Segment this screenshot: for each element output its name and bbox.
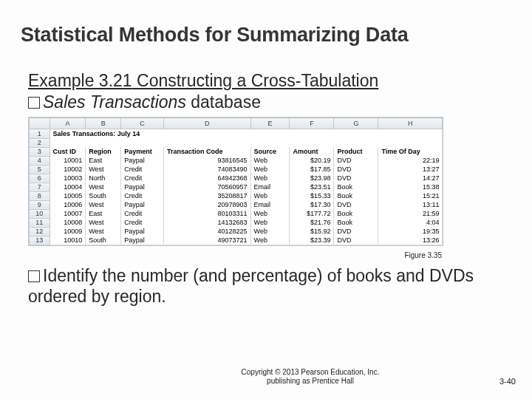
example-heading: Example 3.21 Constructing a Cross-Tabula… — [28, 71, 378, 91]
square-bullet-icon — [28, 97, 40, 109]
cell-product: DVD — [334, 200, 378, 209]
copyright-line1: Copyright © 2013 Pearson Education, Inc. — [89, 368, 532, 377]
cell-time: 13:11 — [378, 200, 443, 209]
column-letters-row: A B C D E F G H — [30, 118, 443, 129]
table-row: 710004WestPaypal70560957Email$23.51Book1… — [30, 183, 443, 191]
table-row: 410001EastPaypal93816545Web$20.19DVD22:1… — [30, 156, 443, 165]
rownum: 1 — [30, 129, 50, 139]
rownum: 8 — [30, 191, 50, 200]
cell-product: DVD — [334, 174, 378, 183]
cell-product: DVD — [334, 227, 378, 236]
cell-source: Web — [250, 209, 290, 218]
cell-amount: $23.39 — [290, 236, 334, 245]
cell-custid: 10004 — [50, 183, 86, 191]
square-bullet-icon — [28, 270, 40, 282]
cell-payment: Paypal — [121, 227, 164, 236]
hdr-custid: Cust ID — [50, 147, 86, 156]
cell-time: 15:38 — [378, 183, 443, 191]
col-F: F — [290, 118, 334, 129]
corner-cell — [30, 118, 50, 129]
col-H: H — [378, 118, 443, 129]
cell-code: 35208817 — [163, 191, 250, 200]
rownum: 7 — [30, 183, 50, 191]
cell-region: West — [86, 200, 121, 209]
bullet-sales-transactions: Sales Transactions database — [28, 92, 261, 112]
table-row: 1110008WestCredit14132683Web$21.76Book4:… — [30, 218, 443, 227]
cell-payment: Credit — [121, 218, 164, 227]
cell-payment: Credit — [121, 209, 164, 218]
cell-custid: 10009 — [50, 227, 86, 236]
cell-code: 40128225 — [163, 227, 250, 236]
cell-product: Book — [334, 218, 378, 227]
cell-code: 74083490 — [163, 165, 250, 174]
cell-amount: $23.98 — [290, 174, 334, 183]
cell-time: 13:26 — [378, 236, 443, 245]
cell-time: 13:27 — [378, 165, 443, 174]
cell-time: 21:59 — [378, 209, 443, 218]
cell-product: Book — [334, 209, 378, 218]
cell-time: 4:04 — [378, 218, 443, 227]
cell-source: Email — [250, 200, 290, 209]
bullet1-rest: database — [186, 92, 261, 112]
hdr-payment: Payment — [121, 147, 164, 156]
rownum: 4 — [30, 156, 50, 165]
cell-payment: Credit — [121, 174, 164, 183]
cell-region: East — [86, 156, 121, 165]
rownum: 12 — [30, 227, 50, 236]
cell-amount: $21.76 — [290, 218, 334, 227]
cell-code: 14132683 — [163, 218, 250, 227]
cell-code: 80103311 — [163, 209, 250, 218]
cell-source: Web — [250, 218, 290, 227]
cell-source: Web — [250, 191, 290, 200]
cell-custid: 10007 — [50, 209, 86, 218]
rownum: 3 — [30, 147, 50, 156]
cell-custid: 10002 — [50, 165, 86, 174]
col-D: D — [163, 118, 250, 129]
rownum: 11 — [30, 218, 50, 227]
cell-payment: Paypal — [121, 183, 164, 191]
cell-time: 14:27 — [378, 174, 443, 183]
cell-region: West — [86, 227, 121, 236]
copyright: Copyright © 2013 Pearson Education, Inc.… — [0, 368, 532, 386]
slide-number: 3-40 — [499, 377, 516, 386]
empty-row — [50, 138, 442, 147]
sheet-header-row: 3 Cust ID Region Payment Transaction Cod… — [30, 147, 443, 156]
cell-region: North — [86, 174, 121, 183]
hdr-code: Transaction Code — [163, 147, 250, 156]
example-rest: Constructing a Cross-Tabulation — [132, 71, 379, 90]
cell-payment: Credit — [121, 191, 164, 200]
cell-amount: $15.92 — [290, 227, 334, 236]
table-row: 910006WestPaypal20978903Email$17.30DVD13… — [30, 200, 443, 209]
table-row: 610003NorthCredit64942368Web$23.98DVD14:… — [30, 174, 443, 183]
cell-time: 15:21 — [378, 191, 443, 200]
cell-region: South — [86, 191, 121, 200]
example-label: Example 3.21 — [28, 71, 132, 90]
col-C: C — [121, 118, 164, 129]
hdr-product: Product — [334, 147, 378, 156]
cell-custid: 10006 — [50, 200, 86, 209]
cell-payment: Paypal — [121, 200, 164, 209]
spreadsheet: A B C D E F G H 1 Sales Transactions: Ju… — [28, 117, 443, 246]
cell-custid: 10001 — [50, 156, 86, 165]
cell-amount: $17.85 — [290, 165, 334, 174]
hdr-source: Source — [250, 147, 290, 156]
cell-payment: Credit — [121, 165, 164, 174]
cell-product: Book — [334, 183, 378, 191]
rownum: 13 — [30, 236, 50, 245]
cell-region: South — [86, 236, 121, 245]
cell-amount: $20.19 — [290, 156, 334, 165]
hdr-region: Region — [86, 147, 121, 156]
col-A: A — [50, 118, 86, 129]
bullet1-italic: Sales Transactions — [43, 92, 186, 112]
rownum: 5 — [30, 165, 50, 174]
rownum: 10 — [30, 209, 50, 218]
slide-title: Statistical Methods for Summarizing Data — [21, 24, 409, 47]
col-G: G — [334, 118, 378, 129]
rownum: 2 — [30, 138, 50, 147]
cell-custid: 10010 — [50, 236, 86, 245]
cell-product: Book — [334, 191, 378, 200]
cell-source: Web — [250, 227, 290, 236]
cell-source: Web — [250, 174, 290, 183]
cell-code: 70560957 — [163, 183, 250, 191]
cell-code: 93816545 — [163, 156, 250, 165]
